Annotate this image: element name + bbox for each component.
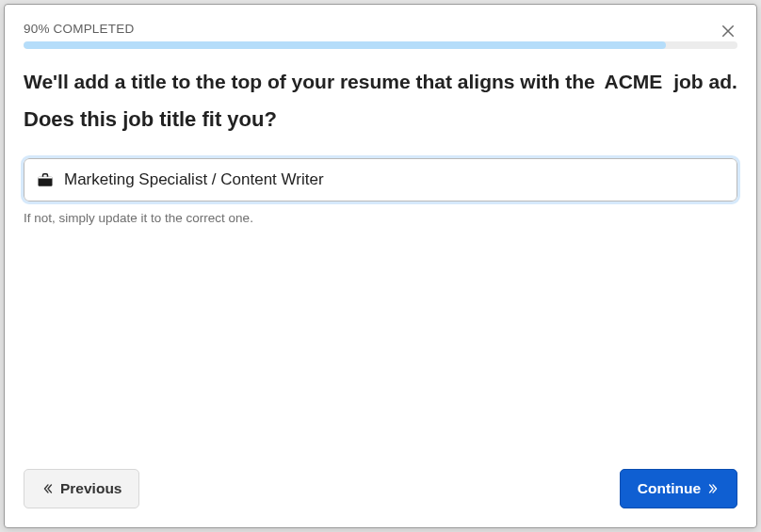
close-button[interactable] xyxy=(717,20,739,42)
heading-suffix: job ad. xyxy=(673,71,737,92)
chevron-left-double-icon xyxy=(41,482,55,495)
modal-backdrop: 90% COMPLETED We'll add a title to the t… xyxy=(0,0,761,532)
continue-button[interactable]: Continue xyxy=(620,469,737,508)
chevron-right-double-icon xyxy=(706,482,720,495)
job-title-input-wrap[interactable] xyxy=(24,158,737,202)
heading-company: ACME xyxy=(601,71,669,92)
progress-label: 90% COMPLETED xyxy=(24,22,737,36)
svg-rect-1 xyxy=(39,177,53,179)
helper-text: If not, simply update it to the correct … xyxy=(24,211,737,225)
progress-bar xyxy=(24,41,737,49)
close-icon xyxy=(720,23,737,40)
job-title-modal: 90% COMPLETED We'll add a title to the t… xyxy=(4,4,757,528)
modal-footer: Previous Continue xyxy=(5,454,756,527)
heading-prefix: We'll add a title to the top of your res… xyxy=(24,71,601,92)
previous-button[interactable]: Previous xyxy=(24,469,139,508)
heading: We'll add a title to the top of your res… xyxy=(24,68,737,96)
modal-content: 90% COMPLETED We'll add a title to the t… xyxy=(5,5,756,454)
continue-button-label: Continue xyxy=(638,480,701,497)
previous-button-label: Previous xyxy=(60,480,121,497)
briefcase-icon xyxy=(36,170,55,189)
subheading: Does this job title fit you? xyxy=(24,107,737,132)
job-title-input[interactable] xyxy=(64,159,725,201)
progress-fill xyxy=(24,41,666,49)
